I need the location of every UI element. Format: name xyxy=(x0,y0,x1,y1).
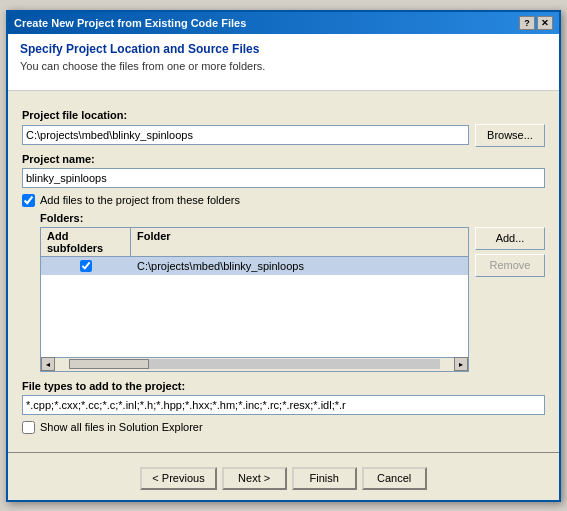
dialog-body: Project file location: Browse... Project… xyxy=(8,99,559,444)
table-row[interactable]: C:\projects\mbed\blinky_spinloops xyxy=(41,257,468,275)
project-name-label: Project name: xyxy=(22,153,545,165)
scroll-right-btn[interactable]: ▸ xyxy=(454,357,468,371)
next-button[interactable]: Next > xyxy=(222,467,287,490)
footer-buttons: < Previous Next > Finish Cancel xyxy=(8,461,559,500)
title-bar: Create New Project from Existing Code Fi… xyxy=(8,12,559,34)
row-folder-cell: C:\projects\mbed\blinky_spinloops xyxy=(131,259,468,273)
help-button[interactable]: ? xyxy=(519,16,535,30)
add-files-label: Add files to the project from these fold… xyxy=(40,194,240,206)
file-types-row xyxy=(22,395,545,415)
remove-folder-button[interactable]: Remove xyxy=(475,254,545,277)
table-scrollbar: ◂ ▸ xyxy=(41,357,468,371)
scrollbar-track xyxy=(69,359,440,369)
dialog-window: Create New Project from Existing Code Fi… xyxy=(6,10,561,502)
project-location-row: Browse... xyxy=(22,124,545,147)
section-subtitle: You can choose the files from one or mor… xyxy=(20,60,547,72)
finish-button[interactable]: Finish xyxy=(292,467,357,490)
scroll-left-btn[interactable]: ◂ xyxy=(41,357,55,371)
show-all-files-row: Show all files in Solution Explorer xyxy=(22,421,545,434)
header-strip: Specify Project Location and Source File… xyxy=(8,34,559,91)
row-subfolders-checkbox[interactable] xyxy=(80,260,92,272)
section-title: Specify Project Location and Source File… xyxy=(20,42,547,56)
add-folder-button[interactable]: Add... xyxy=(475,227,545,250)
project-name-row xyxy=(22,168,545,188)
table-body: C:\projects\mbed\blinky_spinloops xyxy=(41,257,468,357)
dialog-title: Create New Project from Existing Code Fi… xyxy=(14,17,246,29)
show-all-files-checkbox[interactable] xyxy=(22,421,35,434)
project-location-input[interactable] xyxy=(22,125,469,145)
close-button[interactable]: ✕ xyxy=(537,16,553,30)
project-location-label: Project file location: xyxy=(22,109,545,121)
previous-button[interactable]: < Previous xyxy=(140,467,216,490)
side-buttons: Add... Remove xyxy=(475,227,545,372)
folders-table: Add subfolders Folder C:\projects\mbed\b… xyxy=(40,227,469,372)
show-all-files-label: Show all files in Solution Explorer xyxy=(40,421,203,433)
project-name-input[interactable] xyxy=(22,168,545,188)
title-bar-buttons: ? ✕ xyxy=(519,16,553,30)
col-add-subfolders: Add subfolders xyxy=(41,228,131,256)
scrollbar-thumb[interactable] xyxy=(69,359,149,369)
table-header: Add subfolders Folder xyxy=(41,228,468,257)
folders-label: Folders: xyxy=(40,212,545,224)
folders-area: Add subfolders Folder C:\projects\mbed\b… xyxy=(40,227,545,372)
add-files-row: Add files to the project from these fold… xyxy=(22,194,545,207)
footer-divider xyxy=(8,452,559,453)
row-checkbox-cell xyxy=(41,259,131,273)
browse-button[interactable]: Browse... xyxy=(475,124,545,147)
add-files-checkbox[interactable] xyxy=(22,194,35,207)
file-types-input[interactable] xyxy=(22,395,545,415)
cancel-button[interactable]: Cancel xyxy=(362,467,427,490)
col-folder: Folder xyxy=(131,228,468,256)
file-types-label: File types to add to the project: xyxy=(22,380,545,392)
